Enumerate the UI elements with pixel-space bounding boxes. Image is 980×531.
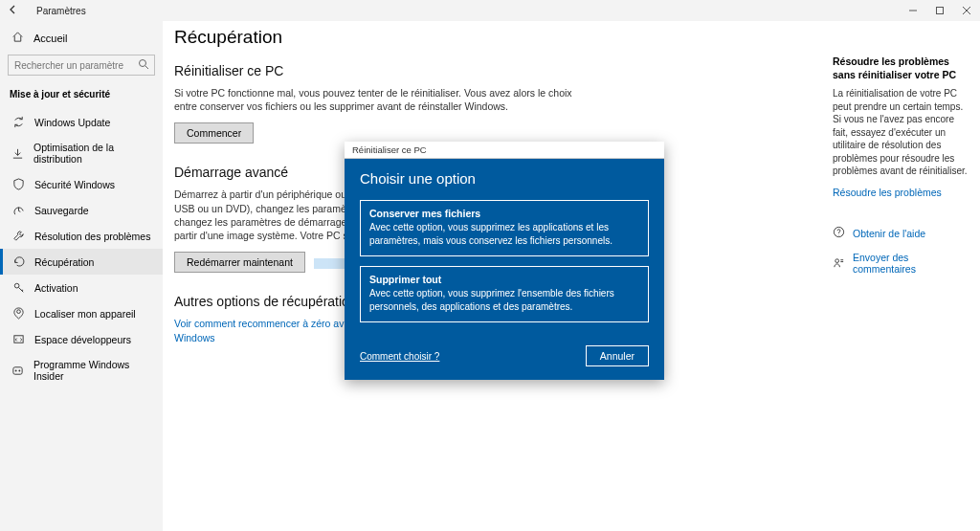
insider-icon bbox=[11, 365, 24, 377]
svg-line-5 bbox=[145, 66, 148, 69]
option-remove-title: Supprimer tout bbox=[369, 274, 639, 285]
svg-point-13 bbox=[835, 259, 839, 263]
dialog-cancel-button[interactable]: Annuler bbox=[586, 345, 649, 366]
sidebar: Accueil Mise à jour et sécurité Windows … bbox=[0, 21, 163, 531]
option-keep-desc: Avec cette option, vous supprimez les ap… bbox=[369, 221, 639, 247]
home-icon bbox=[11, 31, 24, 45]
dialog-title: Réinitialiser ce PC bbox=[345, 142, 664, 159]
location-icon bbox=[11, 307, 25, 320]
option-remove-everything[interactable]: Supprimer tout Avec cette option, vous s… bbox=[360, 266, 649, 322]
nav-delivery-optimization[interactable]: Optimisation de la distribution bbox=[0, 135, 163, 171]
nav-insider[interactable]: Programme Windows Insider bbox=[0, 352, 163, 388]
titlebar: Paramètres bbox=[0, 0, 980, 21]
option-keep-title: Conserver mes fichiers bbox=[369, 208, 639, 219]
home-button[interactable]: Accueil bbox=[0, 25, 163, 51]
nav-group-label: Mise à jour et sécurité bbox=[0, 85, 163, 109]
key-icon bbox=[11, 281, 25, 294]
help-icon bbox=[833, 226, 845, 240]
back-icon[interactable] bbox=[8, 4, 19, 17]
nav-windows-security[interactable]: Sécurité Windows bbox=[0, 171, 163, 197]
search-input[interactable] bbox=[8, 55, 155, 76]
reset-desc: Si votre PC fonctionne mal, vous pouvez … bbox=[174, 86, 595, 113]
option-remove-desc: Avec cette option, vous supprimez l'ense… bbox=[369, 287, 639, 313]
reset-start-button[interactable]: Commencer bbox=[174, 122, 254, 144]
svg-point-4 bbox=[140, 60, 146, 67]
nav-recovery[interactable]: Récupération bbox=[0, 249, 163, 275]
home-label: Accueil bbox=[33, 33, 67, 44]
maximize-button[interactable] bbox=[926, 0, 953, 21]
help-body: La réinitialisation de votre PC peut pre… bbox=[833, 87, 970, 178]
svg-point-10 bbox=[15, 369, 17, 371]
help-title: Résoudre les problèmes sans réinitialise… bbox=[833, 55, 970, 81]
get-help-link[interactable]: Obtenir de l'aide bbox=[833, 226, 970, 240]
page-title: Récupération bbox=[174, 27, 808, 48]
dialog-heading: Choisir une option bbox=[360, 170, 649, 187]
code-icon bbox=[11, 333, 25, 345]
option-keep-files[interactable]: Conserver mes fichiers Avec cette option… bbox=[360, 200, 649, 256]
svg-point-11 bbox=[18, 369, 20, 371]
search-icon bbox=[138, 58, 149, 72]
nav-windows-update[interactable]: Windows Update bbox=[0, 109, 163, 135]
svg-rect-1 bbox=[937, 8, 944, 14]
svg-point-6 bbox=[14, 283, 19, 288]
feedback-icon bbox=[833, 256, 845, 271]
nav-backup[interactable]: Sauvegarde bbox=[0, 197, 163, 223]
nav-find-device[interactable]: Localiser mon appareil bbox=[0, 300, 163, 326]
shield-icon bbox=[11, 178, 25, 190]
window-title: Paramètres bbox=[36, 6, 86, 16]
recovery-icon bbox=[11, 255, 25, 268]
svg-rect-9 bbox=[13, 366, 22, 373]
download-icon bbox=[11, 147, 24, 160]
nav-troubleshoot[interactable]: Résolution des problèmes bbox=[0, 223, 163, 249]
close-button[interactable] bbox=[953, 0, 980, 21]
reset-dialog: Réinitialiser ce PC Choisir une option C… bbox=[345, 142, 664, 380]
right-column: Résoudre les problèmes sans réinitialise… bbox=[833, 21, 980, 531]
restart-now-button[interactable]: Redémarrer maintenant bbox=[174, 252, 305, 273]
svg-point-7 bbox=[16, 310, 20, 314]
sync-icon bbox=[11, 116, 25, 128]
nav-developers[interactable]: Espace développeurs bbox=[0, 326, 163, 352]
minimize-button[interactable] bbox=[900, 0, 926, 21]
nav-activation[interactable]: Activation bbox=[0, 275, 163, 300]
feedback-link[interactable]: Envoyer des commentaires bbox=[833, 252, 970, 275]
troubleshoot-link[interactable]: Résoudre les problèmes bbox=[833, 186, 970, 200]
dialog-help-link[interactable]: Comment choisir ? bbox=[360, 351, 439, 362]
backup-icon bbox=[11, 204, 25, 216]
reset-heading: Réinitialiser ce PC bbox=[174, 63, 808, 78]
wrench-icon bbox=[11, 230, 25, 242]
